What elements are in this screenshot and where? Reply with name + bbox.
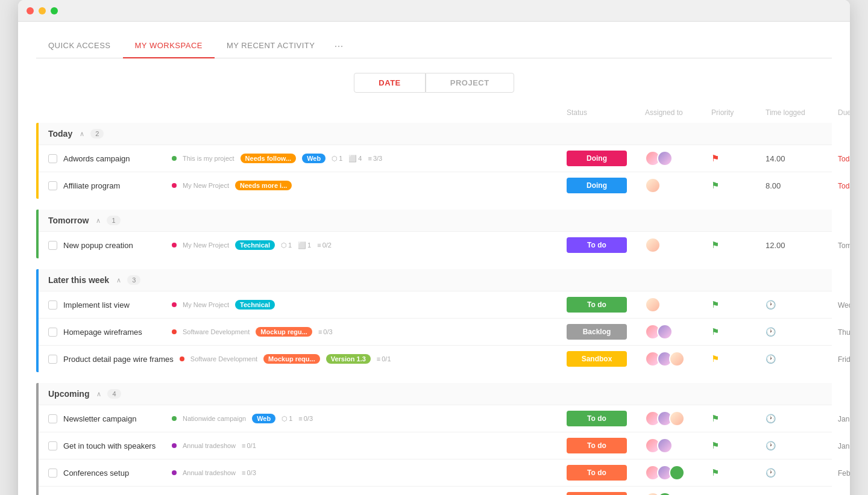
status-badge-listview: To do	[567, 297, 627, 313]
view-toggle: DATE PROJECT	[36, 73, 832, 93]
section-header-tomorrow[interactable]: Tomorrow ∧ 1	[39, 210, 832, 231]
due-date-cell: Today	[838, 181, 850, 190]
chevron-icon: ∧	[116, 276, 121, 284]
meta-icon: ⬜	[298, 241, 306, 249]
status-badge-speakers: To do	[567, 438, 627, 453]
time-cell: 8.00	[766, 181, 838, 190]
meta-icon: ⬡	[281, 415, 288, 423]
meta-item: ≡ 0/1	[242, 442, 256, 449]
time-cell: 14.00	[766, 154, 838, 163]
clock-icon: 🕐	[766, 468, 776, 478]
priority-flag-product-detail: ⚑	[711, 353, 719, 364]
tab-more[interactable]: ···	[327, 35, 350, 57]
section-count-today: 2	[90, 129, 104, 139]
time-cell: 🕐	[766, 354, 838, 364]
assigned-avatars-speakers	[645, 438, 711, 453]
meta-icon: ≡	[317, 241, 321, 249]
task-checkbox-listview[interactable]	[48, 300, 57, 310]
task-checkbox-speakers[interactable]	[48, 441, 57, 450]
assigned-avatars-lights	[645, 492, 711, 495]
task-checkbox-conferences[interactable]	[48, 469, 57, 478]
priority-flag-speakers: ⚑	[711, 440, 719, 450]
project-dot	[172, 416, 177, 421]
priority-cell: ⚑	[711, 440, 766, 451]
due-date-product-detail: Friday	[838, 355, 850, 364]
clock-icon: 🕐	[766, 354, 776, 364]
status-cell: To do	[567, 492, 645, 495]
meta-item: ≡ 0/2	[317, 241, 332, 249]
section-count-later-this-week: 3	[127, 275, 140, 285]
status-cell: To do	[567, 438, 645, 453]
status-cell: Doing	[567, 151, 645, 166]
assigned-avatars-listview	[645, 297, 711, 313]
tag: Needs more i...	[235, 181, 292, 190]
meta-item: ≡ 0/3	[242, 469, 256, 476]
tab-my-recent-activity[interactable]: MY RECENT ACTIVITY	[215, 34, 327, 58]
tag: Web	[302, 154, 326, 163]
task-checkbox-newsletter[interactable]	[48, 414, 57, 423]
project-dot	[180, 356, 184, 361]
section-header-later-this-week[interactable]: Later this week ∧ 3	[39, 269, 832, 291]
tag: Technical	[235, 240, 275, 250]
section-count-upcoming: 4	[107, 389, 121, 399]
meta-value: 0/3	[323, 328, 332, 335]
status-cell: To do	[567, 237, 645, 253]
meta-value: 0/1	[247, 442, 256, 449]
task-checkbox-popup[interactable]	[48, 241, 57, 250]
task-checkbox-affiliate[interactable]	[48, 181, 57, 190]
main-content: QUICK ACCESS MY WORKSPACE MY RECENT ACTI…	[18, 22, 850, 495]
task-row-popup: New popup creation My New Project Techni…	[39, 231, 832, 258]
time-cell: 🕐	[766, 468, 838, 478]
meta-icon: ≡	[242, 469, 245, 476]
due-date-popup: Tomorrow	[838, 241, 850, 250]
meta-icon: ≡	[242, 442, 245, 449]
status-badge-popup: To do	[567, 237, 627, 253]
maximize-button[interactable]	[51, 7, 58, 14]
status-cell: To do	[567, 297, 645, 313]
close-button[interactable]	[27, 7, 34, 14]
task-meta: ≡ 0/3	[242, 469, 256, 476]
section-header-upcoming[interactable]: Upcoming ∧ 4	[39, 383, 832, 405]
col-status: Status	[567, 108, 645, 117]
time-cell: 12.00	[766, 241, 838, 250]
project-dot	[172, 302, 177, 307]
chevron-icon: ∧	[80, 130, 84, 138]
task-checkbox-product-detail[interactable]	[48, 355, 57, 364]
table-header: Status Assigned to Priority Time logged …	[36, 105, 832, 120]
section-title-later-this-week: Later this week	[48, 275, 109, 285]
section-header-today[interactable]: Today ∧ 2	[39, 123, 832, 145]
task-meta: ≡ 0/1	[377, 355, 391, 363]
col-priority: Priority	[711, 108, 766, 117]
task-name-conferences: Conferences setup	[63, 469, 166, 478]
priority-cell: ⚑	[711, 413, 766, 424]
task-left-product-detail: Product detail page wire frames Software…	[48, 354, 567, 364]
task-checkbox-wireframes[interactable]	[48, 328, 57, 337]
meta-icon: ≡	[377, 355, 380, 363]
task-left-wireframes: Homepage wireframes Software Development…	[48, 327, 567, 337]
meta-icon: ⬜	[348, 155, 357, 163]
toggle-project[interactable]: PROJECT	[426, 73, 514, 93]
sections-container: Today ∧ 2 Adwords campaign This is my pr…	[36, 123, 832, 495]
tab-my-workspace[interactable]: MY WORKSPACE	[123, 34, 215, 58]
priority-cell: ⚑	[711, 353, 766, 364]
time-value: 12.00	[766, 241, 785, 250]
status-cell: To do	[567, 465, 645, 481]
chevron-icon: ∧	[96, 390, 101, 398]
avatar	[645, 297, 661, 313]
due-date-cell: Wednesday	[838, 300, 850, 310]
task-row-lights: Sound and lights rental Annual tradeshow…	[39, 486, 832, 495]
project-dot	[172, 183, 177, 188]
project-name-newsletter: Nationwide campaign	[183, 415, 246, 422]
avatar	[657, 324, 673, 340]
tab-quick-access[interactable]: QUICK ACCESS	[36, 34, 123, 58]
toggle-date[interactable]: DATE	[354, 73, 425, 93]
task-checkbox-adwords[interactable]	[48, 154, 57, 163]
minimize-button[interactable]	[39, 7, 46, 14]
task-row-wireframes: Homepage wireframes Software Development…	[39, 318, 832, 345]
time-value: 14.00	[766, 154, 785, 163]
status-badge-newsletter: To do	[567, 411, 627, 426]
assigned-avatars-popup	[645, 237, 711, 253]
task-meta: ⬡ 1 ⬜ 1 ≡ 0/2	[281, 241, 332, 249]
priority-flag-conferences: ⚑	[711, 467, 719, 478]
avatar	[669, 465, 685, 481]
